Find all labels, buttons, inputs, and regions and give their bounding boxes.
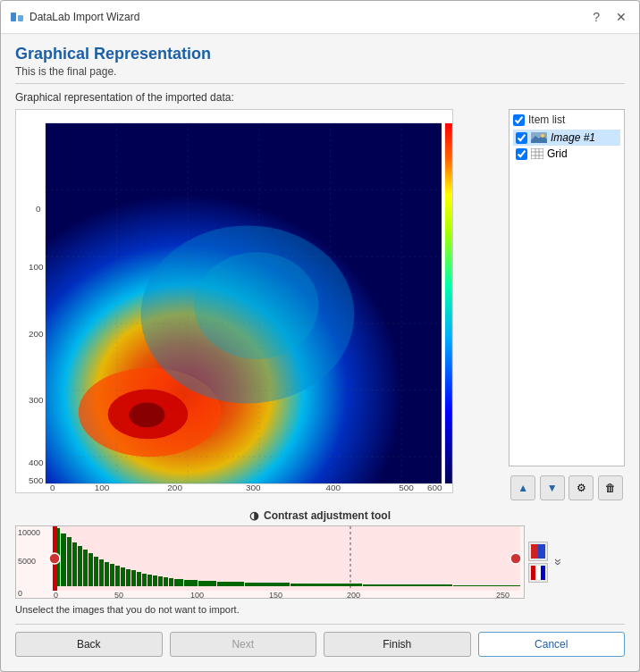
up-arrow-icon: ▲ <box>518 482 528 494</box>
svg-rect-70 <box>121 567 125 586</box>
finish-button[interactable]: Finish <box>324 632 471 657</box>
item-list-box: Item list Image #1 <box>509 109 625 466</box>
panel-buttons: ▲ ▼ ⚙ 🗑 <box>509 472 625 504</box>
window-title: DataLab Import Wizard <box>29 11 139 23</box>
list-item[interactable]: Image #1 <box>513 130 620 146</box>
svg-rect-66 <box>99 559 104 586</box>
svg-rect-96 <box>541 566 545 580</box>
svg-rect-34 <box>445 123 452 483</box>
contrast-label: Contrast adjustment tool <box>264 509 391 522</box>
svg-rect-86 <box>363 584 452 586</box>
svg-rect-65 <box>94 557 98 586</box>
svg-rect-63 <box>83 550 88 586</box>
svg-rect-93 <box>538 544 545 559</box>
svg-rect-43 <box>531 148 543 159</box>
right-panel: Item list Image #1 <box>509 109 625 504</box>
svg-point-90 <box>510 553 521 564</box>
svg-text:500: 500 <box>29 475 44 485</box>
svg-text:10000: 10000 <box>18 528 40 537</box>
svg-rect-81 <box>184 580 198 586</box>
chart-area: 0 100 200 300 400 500 0 100 200 300 400 … <box>15 109 501 504</box>
svg-rect-83 <box>217 582 244 586</box>
item2-checkbox[interactable] <box>516 148 527 160</box>
svg-text:200: 200 <box>167 483 182 492</box>
svg-text:150: 150 <box>269 591 282 599</box>
svg-rect-64 <box>88 553 93 586</box>
settings-button[interactable]: ⚙ <box>568 475 594 500</box>
svg-rect-82 <box>198 581 216 586</box>
svg-text:0: 0 <box>50 483 55 492</box>
svg-rect-60 <box>67 537 72 586</box>
contrast-chart[interactable]: 10000 5000 0 0 50 100 150 200 250 <box>15 525 525 599</box>
svg-point-21 <box>194 252 318 358</box>
svg-text:0: 0 <box>54 591 58 599</box>
image-icon <box>531 132 547 143</box>
main-area: 0 100 200 300 400 500 0 100 200 300 400 … <box>15 109 625 504</box>
footer-buttons: Back Next Finish Cancel <box>15 624 625 660</box>
svg-rect-73 <box>137 572 141 586</box>
help-button[interactable]: ? <box>589 8 603 26</box>
title-bar-left: DataLab Import Wizard <box>10 10 139 24</box>
svg-text:300: 300 <box>29 395 44 405</box>
svg-rect-75 <box>147 575 152 586</box>
svg-text:200: 200 <box>29 329 44 339</box>
svg-point-89 <box>49 553 60 564</box>
item-list-header: Item list <box>513 113 620 126</box>
svg-rect-74 <box>142 574 147 586</box>
svg-text:300: 300 <box>246 483 261 492</box>
contrast-btn-1[interactable] <box>528 542 548 561</box>
next-button[interactable]: Next <box>170 632 317 657</box>
svg-rect-1 <box>18 15 23 21</box>
contrast-right-buttons <box>528 525 548 599</box>
svg-rect-76 <box>153 575 157 586</box>
svg-rect-95 <box>535 566 541 580</box>
close-button[interactable]: ✕ <box>612 8 630 26</box>
cancel-button[interactable]: Cancel <box>478 632 626 657</box>
svg-rect-87 <box>453 585 520 586</box>
svg-text:5000: 5000 <box>18 557 36 566</box>
svg-rect-69 <box>115 566 120 586</box>
svg-text:500: 500 <box>399 483 414 492</box>
item1-checkbox[interactable] <box>516 132 527 144</box>
expand-icon[interactable]: » <box>552 559 566 566</box>
item2-label: Grid <box>547 147 568 160</box>
svg-rect-92 <box>531 544 538 559</box>
contrast-btn-2[interactable] <box>528 563 548 583</box>
gear-icon: ⚙ <box>577 482 586 494</box>
contrast-title: ◑ Contrast adjustment tool <box>15 509 625 522</box>
svg-text:0: 0 <box>18 589 22 598</box>
contrast-icon: ◑ <box>249 509 258 522</box>
item-list-title: Item list <box>528 113 565 126</box>
svg-text:0: 0 <box>36 204 41 214</box>
bottom-label: Unselect the images that you do not want… <box>15 604 625 615</box>
svg-rect-0 <box>11 13 16 21</box>
title-bar-controls: ? ✕ <box>589 8 630 26</box>
back-button[interactable]: Back <box>15 632 163 657</box>
contrast-chart-wrapper: 10000 5000 0 0 50 100 150 200 250 <box>15 525 625 599</box>
svg-rect-68 <box>110 564 114 586</box>
svg-rect-80 <box>174 579 183 586</box>
main-window: DataLab Import Wizard ? ✕ Graphical Repr… <box>0 0 640 672</box>
svg-rect-85 <box>291 584 362 586</box>
svg-text:100: 100 <box>190 591 204 599</box>
down-arrow-icon: ▼ <box>547 482 558 494</box>
svg-rect-77 <box>158 576 163 586</box>
svg-text:50: 50 <box>114 591 123 599</box>
svg-text:200: 200 <box>347 591 360 599</box>
title-bar: DataLab Import Wizard ? ✕ <box>1 1 639 34</box>
item-list-all-checkbox[interactable] <box>513 114 525 126</box>
svg-point-19 <box>130 402 165 427</box>
app-icon <box>10 10 24 24</box>
svg-text:400: 400 <box>326 483 341 492</box>
list-item[interactable]: Grid <box>513 146 620 162</box>
svg-rect-84 <box>245 583 290 586</box>
svg-text:400: 400 <box>29 458 44 467</box>
svg-rect-78 <box>164 577 168 586</box>
heatmap-svg: 0 100 200 300 400 500 0 100 200 300 400 … <box>15 109 453 493</box>
page-subtitle: This is the final page. <box>15 65 625 78</box>
move-down-button[interactable]: ▼ <box>540 475 565 500</box>
svg-rect-72 <box>131 570 136 586</box>
trash-icon: 🗑 <box>605 482 616 494</box>
move-up-button[interactable]: ▲ <box>510 475 535 500</box>
delete-button[interactable]: 🗑 <box>598 475 623 500</box>
